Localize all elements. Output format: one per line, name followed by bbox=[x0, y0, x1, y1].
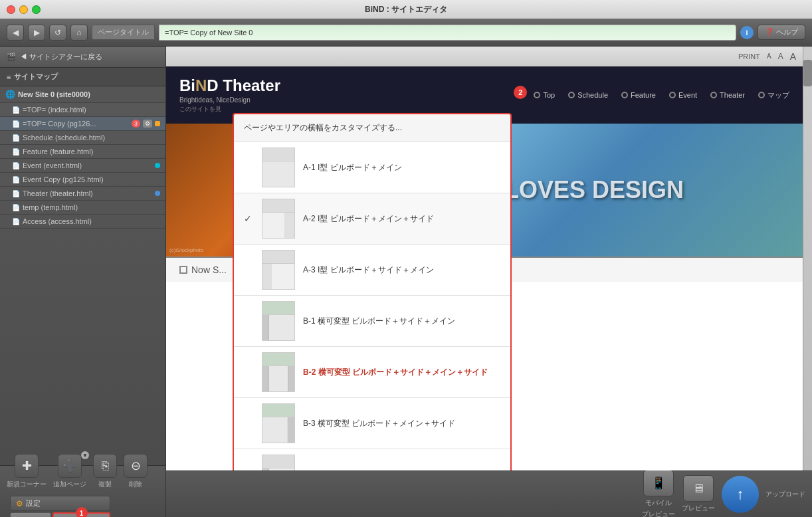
color-badge bbox=[155, 121, 160, 126]
page-icon: 📄 bbox=[12, 120, 20, 128]
tree-item-label: Event Copy (pg125.html) bbox=[23, 175, 160, 183]
layout-item-a1[interactable]: A-1 I型 ビルボード＋メイン bbox=[234, 142, 510, 193]
page-icon: 📄 bbox=[12, 176, 20, 183]
tree-item[interactable]: 📄 Access (access.html) bbox=[0, 215, 165, 229]
tree-item[interactable]: 📄 =TOP= Copy (pg126... 3 ⚙ bbox=[0, 117, 165, 131]
tree-item[interactable]: 📄 Theater (theater.html) bbox=[0, 187, 165, 201]
back-nav-button[interactable]: ◀ bbox=[7, 25, 24, 41]
radio-dot bbox=[669, 92, 676, 98]
main-area: 🎬 ◀ サイトシアターに戻る ≡ サイトマップ 🌐 New Site 0 (si… bbox=[0, 47, 812, 517]
loves-design-text: LOVES DESIGN bbox=[504, 176, 684, 204]
theme-tab[interactable]: ✓ テーマ bbox=[10, 512, 51, 517]
layout-thumb-b3 bbox=[262, 403, 295, 443]
info-button[interactable]: i bbox=[740, 26, 754, 39]
tree-item[interactable]: 📄 Feature (feature.html) bbox=[0, 145, 165, 159]
add-page-button[interactable]: ➕ 追加ページ ▼ bbox=[53, 454, 86, 489]
upload-button[interactable]: ↑ bbox=[722, 476, 759, 513]
font-large[interactable]: A bbox=[790, 51, 796, 62]
thumb-side-left bbox=[262, 366, 269, 391]
tree-item[interactable]: 📄 Schedule (schedule.html) bbox=[0, 131, 165, 145]
thumb-top bbox=[262, 404, 294, 417]
window-controls[interactable] bbox=[7, 5, 41, 14]
scroll-thumb[interactable] bbox=[803, 60, 812, 86]
sidebar-bottom-toolbar: ✚ 新規コーナー ➕ 追加ページ ▼ ⎘ 複製 ⊖ 削除 bbox=[0, 465, 165, 517]
layout-tab[interactable]: ▦ レイアウト 1 bbox=[52, 512, 110, 517]
page-title-input[interactable] bbox=[159, 25, 736, 41]
new-corner-button[interactable]: ✚ 新規コーナー bbox=[7, 454, 47, 489]
font-small[interactable]: A bbox=[767, 52, 771, 60]
badge-number: 3 bbox=[132, 120, 140, 128]
home-button[interactable]: ⌂ bbox=[70, 25, 88, 41]
close-button[interactable] bbox=[7, 5, 15, 14]
nav-label: Feature bbox=[631, 91, 656, 99]
site-tree: 🌐 New Site 0 (site0000) 📄 =TOP= (index.h… bbox=[0, 86, 165, 465]
nav-item-event[interactable]: Event bbox=[669, 91, 697, 99]
checkmark-b1 bbox=[244, 316, 254, 326]
thumb-top bbox=[262, 148, 294, 161]
settings-tab[interactable]: ⚙ 設定 bbox=[10, 496, 110, 511]
layout-item-b3[interactable]: B-3 横可変型 ビルボード＋メイン＋サイド bbox=[234, 398, 510, 449]
settings-badge[interactable]: ⚙ bbox=[143, 120, 152, 128]
preview-icon: 🖥 bbox=[683, 475, 714, 502]
layout-thumb-c1 bbox=[262, 455, 295, 470]
forward-nav-button[interactable]: ▶ bbox=[28, 25, 45, 41]
checkmark-c1 bbox=[244, 469, 254, 470]
add-dropdown-icon: ▼ bbox=[81, 451, 89, 459]
gear-icon: ⚙ bbox=[16, 499, 23, 508]
help-button[interactable]: ❓ ヘルプ bbox=[758, 25, 805, 40]
tree-item-label: =TOP= Copy (pg126... bbox=[23, 120, 129, 128]
delete-button[interactable]: ⊖ 削除 bbox=[124, 454, 148, 489]
titlebar-title: BiND : サイトエディタ bbox=[365, 4, 447, 15]
tree-item[interactable]: 📄 temp (temp.html) bbox=[0, 201, 165, 215]
thumb-body bbox=[262, 264, 294, 289]
radio-dot bbox=[568, 92, 575, 98]
back-to-theater-label: ◀ サイトシアターに戻る bbox=[20, 52, 102, 62]
font-mid[interactable]: A bbox=[778, 52, 783, 61]
layout-item-a3[interactable]: A-3 I型 ビルボード＋サイド＋メイン bbox=[234, 245, 510, 296]
layout-badge: 1 bbox=[76, 507, 88, 517]
layout-label-a3: A-3 I型 ビルボード＋サイド＋メイン bbox=[303, 264, 434, 276]
tree-item-label: Feature (feature.html) bbox=[23, 148, 160, 155]
tree-item-label: =TOP= (index.html) bbox=[23, 106, 160, 114]
content-with-scroll: PRINT A A A BiND Theater Brightideas, Ni… bbox=[166, 47, 812, 470]
content-area: PRINT A A A BiND Theater Brightideas, Ni… bbox=[166, 47, 812, 517]
back-to-theater-button[interactable]: 🎬 ◀ サイトシアターに戻る bbox=[0, 47, 165, 68]
layout-item-b1[interactable]: B-1 横可変型 ビルボード＋サイド＋メイン bbox=[234, 296, 510, 347]
nav-item-schedule[interactable]: Schedule bbox=[568, 91, 608, 99]
site-root-item[interactable]: 🌐 New Site 0 (site0000) bbox=[0, 86, 165, 103]
vertical-scrollbar[interactable] bbox=[803, 47, 812, 470]
radio-dot bbox=[534, 92, 540, 98]
preview-button[interactable]: 🖥 プレビュー bbox=[682, 475, 715, 513]
nav-label: Schedule bbox=[577, 91, 608, 99]
mobile-preview-button[interactable]: 📱 モバイル プレビュー bbox=[642, 470, 675, 518]
tree-item[interactable]: 📄 =TOP= (index.html) bbox=[0, 103, 165, 117]
tree-item[interactable]: 📄 Event (event.html) bbox=[0, 159, 165, 173]
thumb-side-left bbox=[262, 468, 269, 470]
nav-item-feature[interactable]: Feature bbox=[621, 91, 656, 99]
thumb-body bbox=[262, 315, 294, 340]
sidebar: 🎬 ◀ サイトシアターに戻る ≡ サイトマップ 🌐 New Site 0 (si… bbox=[0, 47, 166, 517]
maximize-button[interactable] bbox=[32, 5, 41, 14]
tree-item[interactable]: 📄 Event Copy (pg125.html) bbox=[0, 173, 165, 187]
layout-item-c1[interactable]: C-1 左寄せ型 ビルボード＋サイド＋メイン bbox=[234, 449, 510, 470]
thumb-side bbox=[285, 213, 294, 238]
nav-item-theater[interactable]: Theater bbox=[710, 91, 745, 99]
nav-item-top[interactable]: Top bbox=[534, 91, 555, 99]
thumb-body bbox=[262, 366, 294, 391]
layout-label-a2: A-2 I型 ビルボード＋メイン＋サイド bbox=[303, 213, 434, 225]
thumb-top bbox=[262, 353, 294, 366]
nav-item-map[interactable]: マップ bbox=[758, 90, 789, 100]
refresh-button[interactable]: ↺ bbox=[49, 25, 66, 41]
app-layout: ◀ ▶ ↺ ⌂ ページタイトル i ❓ ヘルプ 🎬 ◀ サイトシアターに戻る ≡… bbox=[0, 19, 812, 517]
layout-item-b2[interactable]: B-2 横可変型 ビルボード＋サイド＋メイン＋サイド bbox=[234, 347, 510, 398]
thumb-side-left bbox=[262, 264, 272, 289]
minimize-button[interactable] bbox=[19, 5, 28, 14]
thumb-top bbox=[262, 455, 294, 468]
web-top-bar: PRINT A A A bbox=[166, 47, 803, 66]
layout-item-a2[interactable]: ✓ A-2 I型 ビルボード＋メイン＋サイド bbox=[234, 193, 510, 245]
content-bottom-bar: 📱 モバイル プレビュー 🖥 プレビュー ↑ アップロード bbox=[166, 470, 812, 517]
layout-label-a1: A-1 I型 ビルボード＋メイン bbox=[303, 162, 402, 173]
copy-button[interactable]: ⎘ 複製 bbox=[93, 454, 117, 489]
nav-badge-2: 2 bbox=[514, 86, 527, 99]
layout-thumb-a1 bbox=[262, 148, 295, 187]
